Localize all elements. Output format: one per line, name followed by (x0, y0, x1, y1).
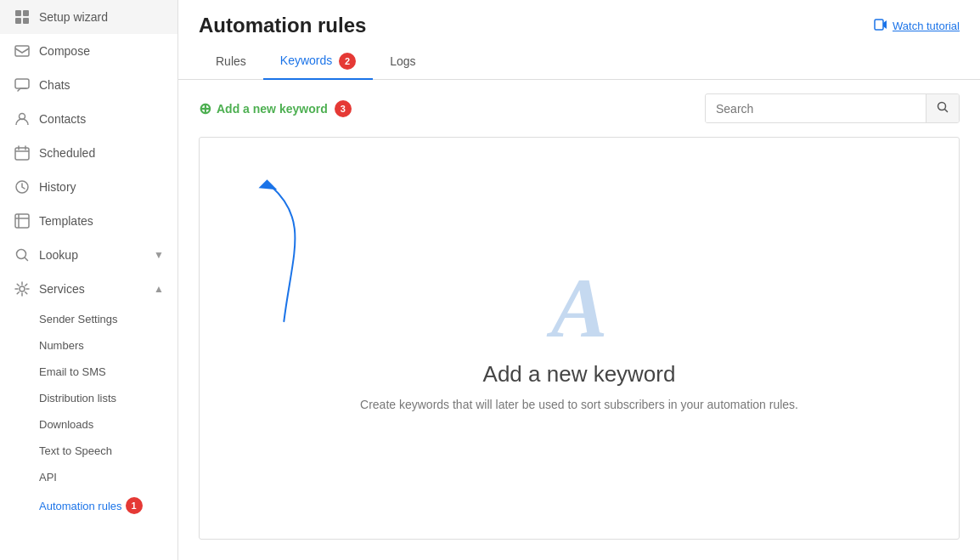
sidebar-item-automation-rules[interactable]: Automation rules 1 (39, 490, 177, 521)
tab-rules[interactable]: Rules (199, 46, 263, 78)
sidebar-item-services[interactable]: Services ▲ (0, 272, 177, 306)
search-icon (937, 103, 949, 116)
sidebar-label-compose: Compose (39, 44, 90, 58)
sidebar-item-compose[interactable]: Compose (0, 34, 177, 68)
svg-rect-12 (875, 20, 883, 30)
services-submenu: Sender Settings Numbers Email to SMS Dis… (0, 306, 177, 521)
add-keyword-button[interactable]: ⊕ Add a new keyword 3 (199, 99, 352, 118)
chevron-down-icon: ▼ (154, 249, 164, 261)
automation-rules-badge: 1 (126, 497, 143, 514)
svg-rect-7 (15, 148, 29, 160)
sidebar-item-scheduled[interactable]: Scheduled (0, 136, 177, 170)
svg-point-11 (20, 286, 25, 291)
sidebar-label-templates: Templates (39, 214, 93, 228)
svg-rect-5 (15, 79, 29, 88)
empty-state-icon: A (551, 266, 608, 351)
sidebar-item-history[interactable]: History (0, 170, 177, 204)
tab-keywords[interactable]: Keywords 2 (263, 44, 373, 80)
sidebar-item-chats[interactable]: Chats (0, 68, 177, 102)
calendar-icon (14, 144, 31, 161)
search-box (705, 93, 960, 123)
history-icon (14, 178, 31, 195)
content-area: A Add a new keyword Create keywords that… (199, 137, 960, 540)
svg-rect-1 (23, 10, 29, 16)
main-content: Automation rules Watch tutorial Rules Ke… (178, 0, 980, 560)
tab-bar: Rules Keywords 2 Logs (178, 44, 980, 80)
page-title: Automation rules (199, 14, 366, 37)
add-keyword-badge: 3 (335, 100, 352, 117)
svg-marker-14 (259, 179, 278, 189)
svg-rect-3 (23, 18, 29, 24)
services-icon (14, 280, 31, 297)
sidebar-item-numbers[interactable]: Numbers (39, 332, 177, 359)
templates-icon (14, 212, 31, 229)
sidebar-item-sender-settings[interactable]: Sender Settings (39, 306, 177, 332)
search-button[interactable] (926, 94, 959, 122)
contacts-icon (14, 110, 31, 127)
sidebar-item-lookup[interactable]: Lookup ▼ (0, 238, 177, 272)
toolbar: ⊕ Add a new keyword 3 (178, 80, 980, 137)
sidebar-item-email-to-sms[interactable]: Email to SMS (39, 359, 177, 385)
grid-icon (14, 8, 31, 25)
video-icon (874, 18, 887, 34)
sidebar-item-downloads[interactable]: Downloads (39, 411, 177, 438)
keywords-tab-badge: 2 (339, 53, 356, 70)
sidebar-label-contacts: Contacts (39, 112, 86, 126)
sidebar-label-chats: Chats (39, 78, 70, 92)
plus-circle-icon: ⊕ (199, 99, 211, 118)
sidebar-item-api[interactable]: API (39, 464, 177, 490)
chevron-up-icon: ▲ (154, 283, 164, 295)
svg-rect-2 (15, 18, 21, 24)
sidebar-label-lookup: Lookup (39, 248, 78, 262)
sidebar-label-services: Services (39, 282, 85, 296)
svg-rect-4 (15, 46, 29, 56)
sidebar-label-history: History (39, 180, 76, 194)
sidebar-item-contacts[interactable]: Contacts (0, 102, 177, 136)
sidebar-item-setup-wizard[interactable]: Setup wizard (0, 0, 177, 34)
sidebar: Setup wizard Compose Chats Contacts (0, 0, 178, 560)
empty-state: A Add a new keyword Create keywords that… (360, 266, 798, 411)
sidebar-label-setup-wizard: Setup wizard (39, 10, 108, 24)
watch-tutorial-link[interactable]: Watch tutorial (874, 18, 960, 34)
sidebar-item-text-to-speech[interactable]: Text to Speech (39, 438, 177, 464)
empty-state-title: Add a new keyword (483, 361, 676, 387)
sidebar-item-distribution-lists[interactable]: Distribution lists (39, 385, 177, 411)
sidebar-item-templates[interactable]: Templates (0, 204, 177, 238)
chat-icon (14, 76, 31, 93)
search-input[interactable] (706, 95, 926, 122)
tab-logs[interactable]: Logs (373, 46, 432, 78)
sidebar-label-scheduled: Scheduled (39, 146, 95, 160)
compose-icon (14, 42, 31, 59)
svg-point-10 (17, 250, 26, 259)
lookup-icon (14, 246, 31, 263)
svg-rect-0 (15, 10, 21, 16)
empty-state-description: Create keywords that will later be used … (360, 398, 798, 411)
svg-rect-9 (15, 214, 29, 228)
main-header: Automation rules Watch tutorial (178, 0, 980, 44)
